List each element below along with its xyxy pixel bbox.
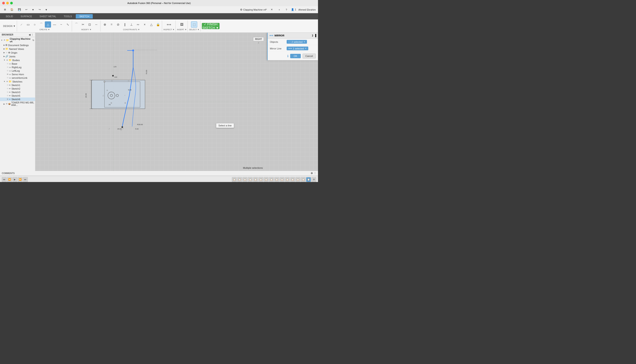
arc-tool[interactable]: ⌒	[38, 22, 44, 28]
line2-tool[interactable]: —	[52, 22, 58, 28]
tangent-constraint[interactable]: ∾	[135, 22, 141, 28]
comments-collapse[interactable]: ⋮	[314, 172, 316, 175]
spline-tool[interactable]: ~	[58, 22, 64, 28]
sidebar-toggle[interactable]: ◀ ⋮	[29, 34, 33, 36]
tab-tools[interactable]: TOOLS	[60, 14, 75, 18]
triangle-tool[interactable]: △	[45, 22, 51, 28]
mirror-line-selection-badge[interactable]: ⟺ 1 selected ✕	[287, 46, 308, 50]
next-button[interactable]: ⏩	[18, 177, 23, 182]
lock-constraint[interactable]: 🔒	[155, 22, 161, 28]
fillet-tool[interactable]: ⌒	[73, 22, 80, 28]
tree-item-clapping-machine[interactable]: ▼ 👁 📁 Clapping Machine v4 ↻	[0, 37, 35, 43]
collinear-constraint[interactable]: ⊘	[115, 22, 121, 28]
history-btn-7[interactable]: 📋	[264, 177, 268, 182]
line-tool[interactable]: ⟋	[18, 22, 25, 28]
history-btn-2[interactable]: 📋	[237, 177, 242, 182]
history-btn-4[interactable]: 📋	[248, 177, 253, 182]
fix-constraint[interactable]: ⊕	[102, 22, 108, 28]
select-tool[interactable]: ⬚	[191, 22, 197, 28]
scissors-tool[interactable]: ✂	[80, 22, 86, 28]
circle-tool[interactable]: ○	[32, 22, 38, 28]
tree-item-base[interactable]: 👁 ▭ Base	[0, 62, 35, 66]
prev-button[interactable]: ⏪	[7, 177, 12, 182]
cancel-button[interactable]: Cancel	[302, 54, 316, 58]
redo-dropdown[interactable]: ▼	[43, 8, 49, 12]
minimize-traffic-light[interactable]	[6, 2, 9, 4]
mirror-panel-expand[interactable]: ⟫	[312, 34, 313, 37]
home-button[interactable]: 🏠	[9, 8, 15, 12]
history-btn-1[interactable]: 📋	[232, 177, 237, 182]
tree-item-doc-settings[interactable]: ▶ ⚙ Document Settings	[0, 43, 35, 47]
rect-tool[interactable]: ▭	[25, 22, 31, 28]
history-btn-9[interactable]: 📋	[274, 177, 279, 182]
mirror-line-clear-button[interactable]: ✕	[305, 47, 306, 50]
comments-settings[interactable]: ⚙	[311, 172, 313, 175]
tree-item-rightleg[interactable]: 👁 ▭ RightLeg	[0, 66, 35, 69]
history-btn-13[interactable]: 📋	[295, 177, 300, 182]
multiple-selections-label: Multiple selections	[243, 166, 263, 169]
play-button[interactable]: ▶	[12, 177, 17, 182]
toolbar-constraints-group: ⊕ = ⊘ ∥ ⊥ ∾ × △ 🔒 CONSTRAINTS ▼	[101, 20, 162, 32]
history-btn-3[interactable]: 📋	[242, 177, 247, 182]
objects-clear-button[interactable]: ✕	[303, 40, 305, 43]
measure-tool[interactable]: ⟺	[166, 22, 172, 28]
tab-sketch[interactable]: SKETCH	[76, 14, 93, 18]
close-traffic-light[interactable]	[2, 2, 5, 4]
tree-item-sketch1[interactable]: 👁 ✏ Sketch1	[0, 84, 35, 87]
ok-button[interactable]: OK	[290, 54, 301, 58]
history-btn-11[interactable]: 📋	[285, 177, 290, 182]
trim-tool[interactable]: ⊡	[87, 22, 93, 28]
finish-sketch-btn[interactable]: ✓ FINISH SKETCH ▼	[202, 23, 219, 29]
history-btn-5[interactable]: 📋	[253, 177, 258, 182]
svg-text:5.00: 5.00	[135, 128, 139, 130]
canvas-area[interactable]: 20.00 70.00 125 100 R30.00 5.00 .75 29.0…	[35, 33, 318, 171]
tree-item-origin[interactable]: ▶ 👁 ⊕ Origin	[0, 51, 35, 54]
undo-button[interactable]: ↩	[24, 8, 29, 12]
new-tab-button[interactable]: +	[277, 8, 281, 12]
perp-constraint[interactable]: ⊥	[128, 22, 135, 28]
tab-sheet-metal[interactable]: SHEET METAL	[36, 14, 60, 18]
tree-item-leftleg[interactable]: 👁 ▭ LeftLeg	[0, 69, 35, 72]
save-button[interactable]: 💾	[16, 8, 23, 12]
parallel-constraint[interactable]: ∥	[122, 22, 128, 28]
tree-item-sketches[interactable]: ▼ 👁 📁 Sketches	[0, 80, 35, 84]
tree-item-servo-horn[interactable]: 👁 ▭ Servo Horn	[0, 72, 35, 76]
close-tab-button[interactable]: ✕	[269, 8, 274, 12]
history-btn-8[interactable]: 📋	[269, 177, 274, 182]
tree-item-servo-horn-link[interactable]: 👁 ▭ servoHornLink	[0, 76, 35, 80]
jump-start-button[interactable]: ⏮	[2, 177, 7, 182]
history-btn-6[interactable]: 📋	[258, 177, 263, 182]
tree-item-sketch5[interactable]: 👁 ✏ Sketch5	[0, 94, 35, 98]
extend-tool[interactable]: ↔	[93, 22, 99, 28]
tree-item-sketch2[interactable]: 👁 ✏ Sketch2	[0, 87, 35, 90]
history-btn-14[interactable]: 📋	[301, 177, 306, 182]
offset-tool[interactable]: ⤡	[65, 22, 71, 28]
app-grid-button[interactable]: ⊞	[2, 8, 8, 12]
tree-item-named-views[interactable]: ▶ 📁 Named Views	[0, 47, 35, 51]
help-button[interactable]: ?	[284, 8, 289, 12]
objects-selection-badge[interactable]: ⬚ 2 selected ✕	[287, 40, 307, 44]
tab-solid[interactable]: SOLID	[2, 14, 17, 18]
tree-item-joints[interactable]: ▶ 🔗 Joints	[0, 54, 35, 58]
history-btn-16[interactable]: ⚙	[311, 177, 316, 182]
tree-item-bodies[interactable]: ▼ 👁 📁 Bodies	[0, 58, 35, 62]
tree-item-sketch6[interactable]: 👁 ✏ Sketch6	[0, 98, 35, 101]
mirror-panel-sidebar[interactable]: ▐	[314, 34, 316, 37]
undo-dropdown[interactable]: ▼	[30, 8, 36, 12]
design-button[interactable]: DESIGN ▼	[3, 23, 16, 29]
midpoint-constraint[interactable]: △	[148, 22, 154, 28]
insert-image-btn[interactable]: 🖼	[179, 22, 185, 28]
history-btn-10[interactable]: 📋	[279, 177, 284, 182]
fullscreen-traffic-light[interactable]	[10, 2, 13, 4]
history-btn-12[interactable]: 📋	[290, 177, 295, 182]
tree-item-tower-pro[interactable]: ▶ 👁 📦 TOWER PRO MG-995, ANA…	[0, 101, 35, 107]
jump-end-button[interactable]: ⏭	[23, 177, 28, 182]
history-btn-15[interactable]: 📋	[306, 177, 311, 182]
coincident-constraint[interactable]: =	[108, 22, 115, 28]
user-name: Ahmed Ebrahim	[298, 8, 316, 11]
view-cube[interactable]: RIGHT Z	[253, 37, 264, 44]
equal-constraint[interactable]: ×	[142, 22, 148, 28]
tab-surface[interactable]: SURFACE	[17, 14, 36, 18]
redo-button[interactable]: ↪	[37, 8, 42, 12]
tree-item-sketch3[interactable]: 👁 ✏ Sketch3	[0, 90, 35, 94]
